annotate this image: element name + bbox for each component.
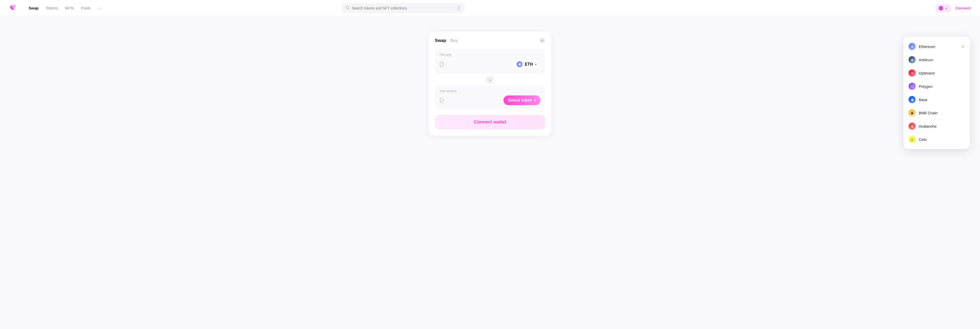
check-icon: ✓ bbox=[961, 44, 965, 49]
receive-amount[interactable]: 0 bbox=[439, 96, 444, 105]
logo[interactable] bbox=[8, 3, 19, 13]
arbitrum-label: Arbitrum bbox=[919, 58, 933, 62]
swap-tabs: Swap Buy bbox=[435, 38, 545, 43]
nav-link-tokens[interactable]: Tokens bbox=[43, 4, 61, 12]
ethereum-icon: ♦ bbox=[908, 43, 916, 50]
celo-icon: ◇ bbox=[908, 136, 916, 143]
pay-token-label: ETH bbox=[525, 62, 533, 67]
search-input[interactable] bbox=[352, 6, 455, 10]
svg-line-4 bbox=[348, 8, 349, 9]
nav-link-swap[interactable]: Swap bbox=[25, 4, 41, 12]
avalanche-label: Avalanche bbox=[919, 124, 937, 129]
arbitrum-icon: ◈ bbox=[908, 56, 916, 63]
network-item-avalanche[interactable]: ▲ Avalanche bbox=[904, 119, 970, 133]
search-bar: / bbox=[342, 3, 465, 13]
network-item-ethereum[interactable]: ♦ Ethereum ✓ bbox=[904, 40, 970, 53]
you-receive-box: You receive 0 Select token ▾ bbox=[435, 85, 545, 109]
chevron-up-icon: ▲ bbox=[945, 6, 948, 10]
pay-token-chevron-icon: ▾ bbox=[535, 62, 537, 66]
you-receive-label: You receive bbox=[439, 89, 541, 93]
svg-point-1 bbox=[13, 5, 16, 8]
swap-card: Swap Buy You pay 0 bbox=[429, 32, 551, 135]
select-token-button[interactable]: Select token ▾ bbox=[504, 95, 541, 105]
network-icon: 🔮 bbox=[939, 6, 943, 11]
optimism-icon: ⊙ bbox=[908, 70, 916, 76]
bnb-icon: ◆ bbox=[908, 109, 916, 116]
nav-links: Swap Tokens NFTs Pools ··· bbox=[25, 4, 103, 12]
network-item-base[interactable]: ◉ Base bbox=[904, 93, 970, 106]
network-item-arbitrum[interactable]: ◈ Arbitrum bbox=[904, 53, 970, 66]
tab-buy[interactable]: Buy bbox=[450, 38, 458, 43]
main-content: Swap Buy You pay 0 bbox=[0, 16, 980, 329]
connect-wallet-button[interactable]: Connect wallet bbox=[435, 115, 545, 129]
bnb-label: BNB Chain bbox=[919, 111, 938, 115]
you-receive-row: 0 Select token ▾ bbox=[439, 95, 541, 105]
nav-right: 🔮 ▲ Connect bbox=[935, 4, 972, 12]
pay-amount[interactable]: 0 bbox=[439, 60, 444, 69]
search-icon bbox=[345, 6, 350, 11]
polygon-label: Polygon bbox=[919, 84, 932, 89]
network-item-bnb[interactable]: ◆ BNB Chain bbox=[904, 106, 970, 119]
select-token-chevron-icon: ▾ bbox=[534, 99, 536, 102]
navbar: Swap Tokens NFTs Pools ··· / 🔮 ▲ Connect bbox=[0, 0, 980, 16]
base-label: Base bbox=[919, 97, 928, 102]
you-pay-row: 0 ETH ▾ bbox=[439, 59, 541, 70]
nav-link-pools[interactable]: Pools bbox=[78, 4, 94, 12]
swap-arrow-icon: ↓ bbox=[487, 76, 493, 83]
optimism-label: Optimism bbox=[919, 71, 935, 75]
svg-point-2 bbox=[11, 8, 14, 10]
celo-label: Celo bbox=[919, 137, 927, 141]
network-item-celo[interactable]: ◇ Celo bbox=[904, 133, 970, 146]
search-shortcut: / bbox=[457, 6, 461, 11]
base-icon: ◉ bbox=[908, 96, 916, 103]
you-pay-box: You pay 0 ETH ▾ bbox=[435, 49, 545, 74]
network-selector-button[interactable]: 🔮 ▲ bbox=[935, 4, 951, 12]
network-dropdown: ♦ Ethereum ✓ ◈ Arbitrum ⊙ Optimism ⬡ Pol… bbox=[904, 37, 970, 149]
you-pay-label: You pay bbox=[439, 52, 541, 56]
connect-button[interactable]: Connect bbox=[955, 4, 972, 12]
avalanche-icon: ▲ bbox=[908, 122, 916, 130]
eth-icon bbox=[517, 61, 523, 67]
swap-direction-button[interactable]: ↓ bbox=[435, 75, 545, 85]
ethereum-label: Ethereum bbox=[919, 45, 935, 49]
network-item-polygon[interactable]: ⬡ Polygon bbox=[904, 79, 970, 93]
pay-token-selector[interactable]: ETH ▾ bbox=[513, 59, 541, 70]
tab-swap[interactable]: Swap bbox=[435, 38, 446, 43]
nav-more-button[interactable]: ··· bbox=[95, 4, 103, 12]
settings-button[interactable] bbox=[539, 38, 545, 43]
settings-icon bbox=[539, 38, 545, 43]
polygon-icon: ⬡ bbox=[908, 83, 916, 90]
network-item-optimism[interactable]: ⊙ Optimism bbox=[904, 66, 970, 79]
svg-point-5 bbox=[542, 40, 543, 41]
nav-link-nfts[interactable]: NFTs bbox=[62, 4, 77, 12]
select-token-label: Select token bbox=[508, 98, 532, 103]
